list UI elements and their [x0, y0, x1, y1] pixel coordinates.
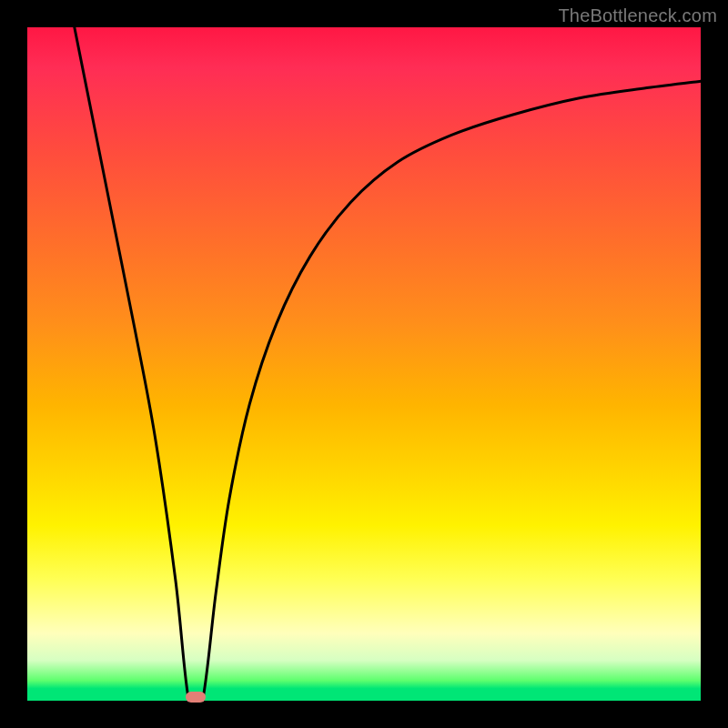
bottleneck-curve [75, 27, 701, 715]
plot-area [27, 27, 701, 701]
chart-frame: TheBottleneck.com [0, 0, 728, 728]
curve-svg [27, 27, 701, 701]
optimal-point-marker [186, 692, 206, 703]
watermark-text: TheBottleneck.com [558, 5, 717, 26]
